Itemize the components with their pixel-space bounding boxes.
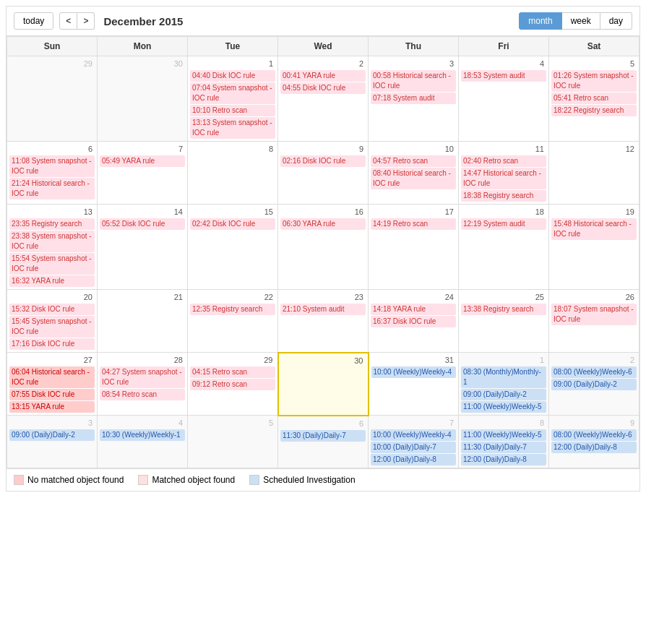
calendar-event[interactable]: 05:52 Disk IOC rule (100, 218, 185, 230)
calendar-event[interactable]: 04:15 Retro scan (190, 366, 275, 378)
calendar-event[interactable]: 09:00 (Daily)Daily-2 (551, 379, 637, 390)
calendar-event[interactable]: 08:30 (Monthly)Monthly-1 (461, 366, 546, 388)
calendar-event[interactable]: 06:30 YARA rule (280, 218, 366, 230)
calendar-body: 2930104:40 Disk IOC rule07:04 System sna… (7, 56, 639, 468)
calendar-event[interactable]: 15:45 System snapshot - IOC rule (9, 316, 95, 338)
day-number: 6 (9, 143, 95, 155)
calendar-cell: 710:00 (Weekly)Weekly-410:00 (Daily)Dail… (369, 416, 459, 468)
calendar-event[interactable]: 10:30 (Weekly)Weekly-1 (100, 429, 185, 441)
calendar-event[interactable]: 18:07 System snapshot - IOC rule (551, 304, 637, 325)
calendar-event[interactable]: 04:40 Disk IOC rule (190, 70, 275, 82)
calendar-event[interactable]: 16:37 Disk IOC rule (371, 316, 456, 327)
calendar-event[interactable]: 02:42 Disk IOC rule (190, 218, 275, 230)
calendar-event[interactable]: 07:55 Disk IOC rule (9, 389, 95, 400)
calendar-event[interactable]: 07:04 System snapshot - IOC rule (190, 82, 275, 104)
calendar-event[interactable]: 05:49 YARA rule (100, 155, 185, 167)
calendar-event[interactable]: 14:47 Historical search - IOC rule (461, 168, 546, 189)
calendar-event[interactable]: 09:12 Retro scan (190, 379, 275, 390)
legend-no-match: No matched object found (14, 475, 124, 485)
calendar-event[interactable]: 11:08 System snapshot - IOC rule (9, 155, 95, 177)
calendar-event[interactable]: 16:32 YARA rule (9, 275, 95, 287)
prev-button[interactable]: < (59, 12, 77, 30)
calendar-event[interactable]: 08:54 Retro scan (100, 389, 185, 400)
day-view-button[interactable]: day (600, 12, 632, 30)
calendar-event[interactable]: 15:54 System snapshot - IOC rule (9, 253, 95, 275)
calendar-event[interactable]: 12:35 Registry search (190, 304, 275, 315)
calendar-event[interactable]: 14:19 Retro scan (371, 218, 456, 230)
calendar-event[interactable]: 10:00 (Weekly)Weekly-4 (371, 429, 456, 441)
calendar-event[interactable]: 12:00 (Daily)Daily-8 (371, 454, 456, 465)
day-number: 4 (460, 58, 547, 69)
calendar-event[interactable]: 10:00 (Weekly)Weekly-4 (371, 366, 457, 378)
calendar-event[interactable]: 13:38 Registry search (461, 304, 546, 315)
calendar-event[interactable]: 11:00 (Weekly)Weekly-5 (461, 401, 546, 413)
calendar-event[interactable]: 09:00 (Daily)Daily-2 (461, 389, 546, 400)
next-button[interactable]: > (77, 12, 95, 30)
calendar-event[interactable]: 13:15 YARA rule (9, 401, 95, 413)
calendar-event[interactable]: 18:53 System audit (461, 70, 546, 82)
calendar-event[interactable]: 05:41 Retro scan (551, 93, 637, 104)
calendar-event[interactable]: 04:27 System snapshot - IOC rule (100, 366, 185, 388)
legend-box-pink (138, 475, 148, 485)
today-button[interactable]: today (14, 12, 53, 30)
day-number: 19 (551, 206, 637, 218)
day-number: 7 (99, 143, 186, 155)
calendar-event[interactable]: 01:26 System snapshot - IOC rule (551, 70, 637, 92)
calendar-row-5: 309:00 (Daily)Daily-2410:30 (Weekly)Week… (7, 416, 639, 468)
calendar-cell: 902:16 Disk IOC rule (278, 142, 369, 205)
calendar-event[interactable]: 15:48 Historical search - IOC rule (551, 218, 637, 240)
day-number: 3 (9, 417, 95, 429)
calendar-event[interactable]: 00:41 YARA rule (280, 70, 366, 82)
calendar-event[interactable]: 23:38 System snapshot - IOC rule (9, 231, 95, 252)
calendar-event[interactable]: 21:10 System audit (280, 304, 366, 315)
calendar-cell: 611:08 System snapshot - IOC rule21:24 H… (7, 142, 98, 205)
day-number: 18 (460, 206, 547, 218)
calendar-event[interactable]: 10:00 (Daily)Daily-7 (371, 442, 456, 453)
day-number: 26 (551, 291, 637, 303)
month-title: December 2015 (103, 15, 519, 27)
calendar-event[interactable]: 02:40 Retro scan (461, 155, 546, 167)
calendar-cell: 21 (98, 290, 188, 353)
week-view-button[interactable]: week (562, 12, 600, 30)
calendar-event[interactable]: 18:22 Registry search (551, 105, 637, 116)
calendar-event[interactable]: 11:30 (Daily)Daily-7 (280, 430, 366, 442)
day-number: 8 (189, 143, 276, 155)
month-view-button[interactable]: month (519, 12, 561, 30)
calendar-event[interactable]: 04:55 Disk IOC rule (280, 82, 366, 94)
calendar-event[interactable]: 00:58 Historical search - IOC rule (371, 70, 456, 92)
day-number: 22 (189, 291, 276, 303)
calendar-event[interactable]: 13:13 System snapshot - IOC rule (190, 117, 275, 139)
calendar-cell: 1502:42 Disk IOC rule (188, 205, 278, 290)
calendar-event[interactable]: 23:35 Registry search (9, 218, 95, 230)
calendar-event[interactable]: 04:57 Retro scan (371, 155, 456, 167)
calendar-cell: 2804:27 System snapshot - IOC rule08:54 … (98, 353, 188, 416)
calendar-event[interactable]: 14:18 YARA rule (371, 304, 456, 315)
calendar-event[interactable]: 07:18 System audit (371, 93, 456, 104)
calendar-header-wed: Wed (278, 37, 369, 56)
calendar-event[interactable]: 12:00 (Daily)Daily-8 (551, 442, 637, 453)
calendar-event[interactable]: 11:30 (Daily)Daily-7 (461, 442, 546, 453)
day-number: 9 (551, 417, 637, 429)
calendar-header-fri: Fri (459, 37, 549, 56)
day-number: 27 (9, 354, 95, 366)
calendar-event[interactable]: 12:19 System audit (461, 218, 546, 230)
calendar-event[interactable]: 15:32 Disk IOC rule (9, 304, 95, 315)
calendar-event[interactable]: 21:24 Historical search - IOC rule (9, 178, 95, 199)
day-number: 1 (460, 354, 547, 366)
calendar-event[interactable]: 17:16 Disk IOC rule (9, 338, 95, 350)
calendar-event[interactable]: 08:40 Historical search - IOC rule (371, 168, 456, 189)
calendar-event[interactable]: 09:00 (Daily)Daily-2 (9, 429, 95, 441)
calendar-event[interactable]: 08:00 (Weekly)Weekly-6 (551, 366, 637, 378)
day-number: 14 (99, 206, 186, 218)
view-buttons: month week day (519, 12, 632, 30)
calendar-event[interactable]: 10:10 Retro scan (190, 105, 275, 116)
day-number: 15 (189, 206, 276, 218)
calendar-event[interactable]: 06:04 Historical search - IOC rule (9, 366, 95, 388)
calendar-event[interactable]: 18:38 Registry search (461, 190, 546, 202)
calendar-event[interactable]: 11:00 (Weekly)Weekly-5 (461, 429, 546, 441)
calendar-cell: 2618:07 System snapshot - IOC rule (549, 290, 639, 353)
calendar-event[interactable]: 08:00 (Weekly)Weekly-6 (551, 429, 637, 441)
calendar-event[interactable]: 02:16 Disk IOC rule (280, 155, 366, 167)
day-number: 5 (189, 417, 276, 429)
calendar-event[interactable]: 12:00 (Daily)Daily-8 (461, 454, 546, 465)
